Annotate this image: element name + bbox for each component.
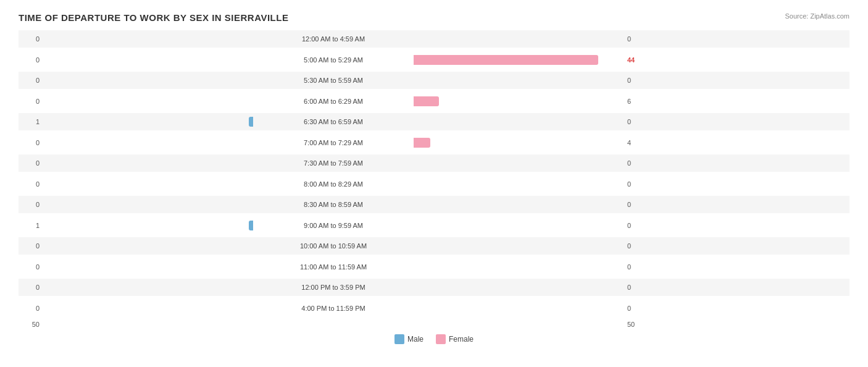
- right-bar-area: [414, 200, 624, 209]
- right-bar-area: [414, 179, 624, 189]
- source-text: Source: ZipAtlas.com: [785, 12, 849, 20]
- male-value: 0: [19, 98, 43, 105]
- legend-female: Female: [436, 334, 474, 344]
- bar-row: 0 7:00 AM to 7:29 AM 4: [19, 134, 849, 151]
- left-bar-area: [43, 75, 253, 85]
- right-bar-area: [414, 75, 624, 85]
- male-value: 0: [19, 159, 43, 167]
- male-bar: [249, 117, 253, 127]
- time-label: 5:30 AM to 5:59 AM: [253, 77, 414, 84]
- right-bar-area: [414, 303, 624, 313]
- time-label: 8:00 AM to 8:29 AM: [253, 180, 414, 188]
- female-bar: [414, 96, 439, 106]
- female-value: 6: [624, 98, 654, 105]
- left-bar-area: [43, 262, 253, 272]
- male-value: 0: [19, 77, 43, 84]
- chart-title: TIME OF DEPARTURE TO WORK BY SEX IN SIER…: [19, 12, 849, 23]
- bar-row: 0 11:00 AM to 11:59 AM 0: [19, 258, 849, 276]
- female-value: 0: [624, 77, 654, 84]
- bar-row: 0 5:30 AM to 5:59 AM 0: [19, 72, 849, 89]
- bar-row: 0 6:00 AM to 6:29 AM 6: [19, 93, 849, 110]
- right-bar-area: [414, 158, 624, 168]
- legend-female-box: [436, 334, 446, 344]
- right-bar-area: [414, 34, 624, 44]
- male-value: 0: [19, 35, 43, 43]
- time-label: 9:00 AM to 9:59 AM: [253, 222, 414, 229]
- left-bar-area: [43, 117, 253, 127]
- time-label: 7:30 AM to 7:59 AM: [253, 159, 414, 167]
- time-label: 11:00 AM to 11:59 AM: [253, 263, 414, 271]
- left-bar-area: [43, 282, 253, 292]
- male-value: 0: [19, 180, 43, 188]
- female-value: 0: [624, 35, 654, 43]
- time-label: 7:00 AM to 7:29 AM: [253, 139, 414, 146]
- right-bar-area: [414, 241, 624, 251]
- time-label: 10:00 AM to 10:59 AM: [253, 242, 414, 250]
- male-value: 0: [19, 242, 43, 250]
- female-value: 0: [624, 222, 654, 229]
- left-bar-area: [43, 158, 253, 168]
- female-value: 0: [624, 180, 654, 188]
- bar-row: 1 6:30 AM to 6:59 AM 0: [19, 113, 849, 130]
- right-bar-area: [414, 282, 624, 292]
- axis-left-label: 50: [19, 321, 43, 328]
- female-value: 0: [624, 242, 654, 250]
- bar-row: 0 12:00 AM to 4:59 AM 0: [19, 30, 849, 48]
- female-bar: [414, 55, 598, 65]
- female-bar: [414, 138, 430, 148]
- female-value: 0: [624, 305, 654, 312]
- male-bar: [249, 221, 253, 230]
- legend-male-label: Male: [407, 335, 424, 344]
- female-value: 0: [624, 284, 654, 291]
- left-bar-area: [43, 55, 253, 65]
- left-bar-area: [43, 200, 253, 209]
- time-label: 5:00 AM to 5:29 AM: [253, 56, 414, 64]
- right-bar-area: [414, 96, 624, 106]
- female-value: 0: [624, 201, 654, 208]
- bar-row: 1 9:00 AM to 9:59 AM 0: [19, 217, 849, 234]
- female-value: 4: [624, 139, 654, 146]
- male-value: 0: [19, 305, 43, 312]
- right-bar-area: [414, 55, 624, 65]
- time-label: 4:00 PM to 11:59 PM: [253, 305, 414, 312]
- left-bar-area: [43, 96, 253, 106]
- time-label: 6:30 AM to 6:59 AM: [253, 118, 414, 125]
- bar-row: 0 10:00 AM to 10:59 AM 0: [19, 237, 849, 255]
- female-value: 0: [624, 118, 654, 125]
- left-bar-area: [43, 221, 253, 230]
- male-value: 0: [19, 139, 43, 146]
- axis-row: 50 50: [19, 321, 849, 328]
- time-label: 6:00 AM to 6:29 AM: [253, 98, 414, 105]
- male-value: 0: [19, 201, 43, 208]
- female-value: 0: [624, 263, 654, 271]
- bar-row: 0 8:00 AM to 8:29 AM 0: [19, 175, 849, 193]
- legend: Male Female: [19, 334, 849, 344]
- bar-row: 0 5:00 AM to 5:29 AM 44: [19, 51, 849, 69]
- right-bar-area: [414, 138, 624, 148]
- male-value: 0: [19, 284, 43, 291]
- time-label: 8:30 AM to 8:59 AM: [253, 201, 414, 208]
- rows-container: 0 12:00 AM to 4:59 AM 0 0 5:00 AM to 5:2…: [19, 30, 849, 317]
- left-bar-area: [43, 179, 253, 189]
- right-bar-area: [414, 221, 624, 230]
- left-bar-area: [43, 241, 253, 251]
- male-value: 1: [19, 118, 43, 125]
- bar-row: 0 12:00 PM to 3:59 PM 0: [19, 279, 849, 296]
- bar-row: 0 4:00 PM to 11:59 PM 0: [19, 300, 849, 317]
- male-value: 0: [19, 263, 43, 271]
- bar-row: 0 7:30 AM to 7:59 AM 0: [19, 154, 849, 172]
- left-bar-area: [43, 303, 253, 313]
- female-value: 0: [624, 159, 654, 167]
- time-label: 12:00 PM to 3:59 PM: [253, 284, 414, 291]
- female-value: 44: [624, 56, 654, 64]
- time-label: 12:00 AM to 4:59 AM: [253, 35, 414, 43]
- bar-row: 0 8:30 AM to 8:59 AM 0: [19, 196, 849, 213]
- legend-male-box: [394, 334, 404, 344]
- legend-male: Male: [394, 334, 424, 344]
- legend-female-label: Female: [449, 335, 474, 344]
- right-bar-area: [414, 117, 624, 127]
- left-bar-area: [43, 34, 253, 44]
- male-value: 1: [19, 222, 43, 229]
- right-bar-area: [414, 262, 624, 272]
- chart-container: TIME OF DEPARTURE TO WORK BY SEX IN SIER…: [0, 0, 868, 367]
